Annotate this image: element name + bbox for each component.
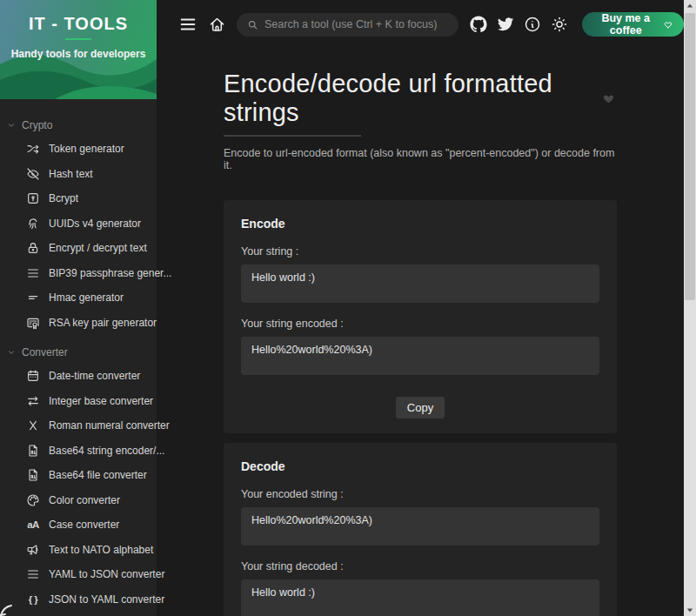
- sidebar-item-label: Bcrypt: [49, 192, 78, 204]
- github-icon: [470, 16, 487, 33]
- scrollbar-up-arrow-icon[interactable]: [684, 0, 696, 12]
- copy-button[interactable]: Copy: [396, 397, 445, 418]
- eye-off-icon: [26, 167, 40, 181]
- shuffle-icon: [26, 142, 40, 156]
- home-icon: [208, 16, 226, 34]
- tool-cards: Encode Your string : Hello world :) Your…: [224, 200, 617, 616]
- sidebar-item-roman-numeral-converter[interactable]: Roman numeral converter: [0, 413, 157, 439]
- menu-toggle-button[interactable]: [178, 15, 197, 34]
- text-area-your-encoded-string[interactable]: Hello%20world%20%3A): [241, 507, 599, 546]
- sidebar-item-case-converter[interactable]: aA Case converter: [0, 512, 157, 538]
- sidebar-item-bcrypt[interactable]: Bcrypt: [0, 186, 157, 211]
- fingerprint-icon: [26, 217, 40, 231]
- title-divider: [224, 135, 361, 137]
- sidebar-item-uuids-v4-generator[interactable]: UUIDs v4 generator: [0, 211, 157, 237]
- sidebar-item-base64-file-converter[interactable]: Base64 file converter: [0, 463, 157, 488]
- topbar: Buy me a coffee: [157, 0, 684, 49]
- sidebar-item-label: Token generator: [49, 143, 124, 155]
- home-button[interactable]: [208, 15, 226, 34]
- field-label: Your encoded string :: [241, 488, 599, 500]
- speakerphone-icon: [26, 543, 40, 557]
- field-label: Your string encoded :: [241, 318, 599, 330]
- sidebar-section-items: Token generator Hash text Bcrypt UUIDs v…: [0, 137, 157, 335]
- heart-outline-icon: [664, 19, 673, 30]
- sidebar-item-color-converter[interactable]: Color converter: [0, 488, 157, 513]
- certificate-icon: [26, 316, 40, 330]
- calendar-icon: [26, 369, 40, 383]
- sidebar-item-label: Case converter: [49, 519, 119, 531]
- align-lines-icon: [26, 567, 40, 581]
- sidebar-item-label: RSA key pair generator: [49, 317, 157, 329]
- copy-row: Copy: [241, 397, 599, 418]
- braces-icon: { }: [26, 593, 40, 606]
- sidebar-section-label: Crypto: [22, 119, 52, 131]
- about-button[interactable]: [524, 16, 541, 34]
- field-label: Your string :: [241, 245, 599, 258]
- sidebar-item-token-generator[interactable]: Token generator: [0, 137, 157, 162]
- sidebar-item-hmac-generator[interactable]: Hmac generator: [0, 285, 157, 311]
- file-digit-icon: [26, 444, 40, 458]
- lock-square-icon: [26, 191, 40, 205]
- tool-card-encode: Encode Your string : Hello world :) Your…: [224, 200, 617, 433]
- sidebar-item-encrypt-decrypt-text[interactable]: Encrypt / decrypt text: [0, 236, 157, 261]
- sidebar-item-label: UUIDs v4 generator: [49, 218, 141, 230]
- field-label: Your string decoded :: [241, 560, 599, 572]
- form-field: Your string encoded : Hello%20world%20%3…: [241, 318, 599, 375]
- scrollbar-down-arrow-icon[interactable]: [684, 604, 696, 616]
- text-area-your-string-decoded[interactable]: Hello world :): [241, 579, 599, 616]
- sidebar-item-rsa-key-pair-generator[interactable]: RSA key pair generator: [0, 311, 157, 336]
- sidebar-section-crypto: Crypto Token generator Hash text Bcrypt …: [0, 119, 157, 335]
- scrollbar-thumb[interactable]: [685, 13, 695, 300]
- sidebar-item-bip39-passphrase-gener[interactable]: BIP39 passphrase gener...: [0, 261, 157, 286]
- sidebar-section-items: Date-time converter Integer base convert…: [0, 364, 157, 616]
- app-title: IT - TOOLS: [0, 14, 157, 34]
- align-lines-icon: [26, 266, 40, 280]
- sidebar-item-integer-base-converter[interactable]: Integer base converter: [0, 389, 157, 414]
- letter-case-icon: aA: [26, 518, 40, 532]
- letter-x-icon: [26, 418, 40, 432]
- coffee-button-label: Buy me a coffee: [593, 12, 658, 37]
- sidebar-item-json-to-yaml-converter[interactable]: { } JSON to YAML converter: [0, 587, 157, 613]
- sidebar-item-base64-string-encoder[interactable]: Base64 string encoder/...: [0, 439, 157, 464]
- form-field: Your string : Hello world :): [241, 245, 599, 303]
- twitter-icon: [497, 16, 514, 33]
- topbar-actions: Buy me a coffee: [470, 12, 684, 37]
- sidebar-item-label: Color converter: [49, 494, 120, 506]
- page-title: Encode/decode url formatted strings: [224, 70, 617, 127]
- palette-icon: [26, 493, 40, 507]
- favorite-heart-icon[interactable]: [602, 92, 615, 105]
- sidebar-item-text-to-nato-alphabet[interactable]: Text to NATO alphabet: [0, 538, 157, 563]
- sidebar: IT - TOOLS Handy tools for developers Cr…: [0, 0, 157, 616]
- search-input[interactable]: [264, 18, 448, 30]
- sidebar-item-label: JSON to YAML converter: [49, 593, 164, 606]
- sidebar-section-header[interactable]: Crypto: [0, 119, 157, 131]
- short-lines-icon: [26, 291, 40, 305]
- buy-me-a-coffee-button[interactable]: Buy me a coffee: [582, 12, 684, 37]
- text-area-your-string[interactable]: Hello world :): [241, 264, 599, 303]
- sidebar-item-label: Roman numeral converter: [49, 419, 170, 432]
- main-content: Encode/decode url formatted strings Enco…: [157, 49, 684, 616]
- sidebar-section-header[interactable]: Converter: [0, 346, 157, 358]
- sidebar-section-converter: Converter Date-time converter Integer ba…: [0, 346, 157, 616]
- search-box[interactable]: [237, 13, 458, 37]
- twitter-button[interactable]: [497, 16, 514, 34]
- search-icon: [247, 19, 258, 30]
- text-area-your-string-encoded[interactable]: Hello%20world%20%3A): [241, 337, 599, 375]
- sidebar-item-list-converter[interactable]: List converter: [0, 612, 157, 616]
- sidebar-item-yaml-to-json-converter[interactable]: YAML to JSON converter: [0, 562, 157, 587]
- sidebar-item-label: Encrypt / decrypt text: [49, 242, 147, 254]
- file-digit-icon: [26, 468, 40, 482]
- theme-toggle-button[interactable]: [551, 16, 568, 34]
- sidebar-item-label: Base64 string encoder/...: [49, 445, 164, 457]
- card-fields: Your string : Hello world :) Your string…: [241, 245, 599, 375]
- chevron-down-icon: [7, 348, 16, 357]
- sidebar-item-date-time-converter[interactable]: Date-time converter: [0, 364, 157, 389]
- sidebar-header: IT - TOOLS Handy tools for developers: [0, 0, 157, 99]
- card-title: Decode: [241, 459, 599, 473]
- page-scrollbar[interactable]: [684, 0, 696, 616]
- hamburger-icon: [178, 15, 197, 34]
- sidebar-item-label: Base64 file converter: [49, 469, 147, 481]
- form-field: Your encoded string : Hello%20world%20%3…: [241, 488, 599, 546]
- sidebar-item-hash-text[interactable]: Hash text: [0, 162, 157, 187]
- github-button[interactable]: [470, 16, 487, 34]
